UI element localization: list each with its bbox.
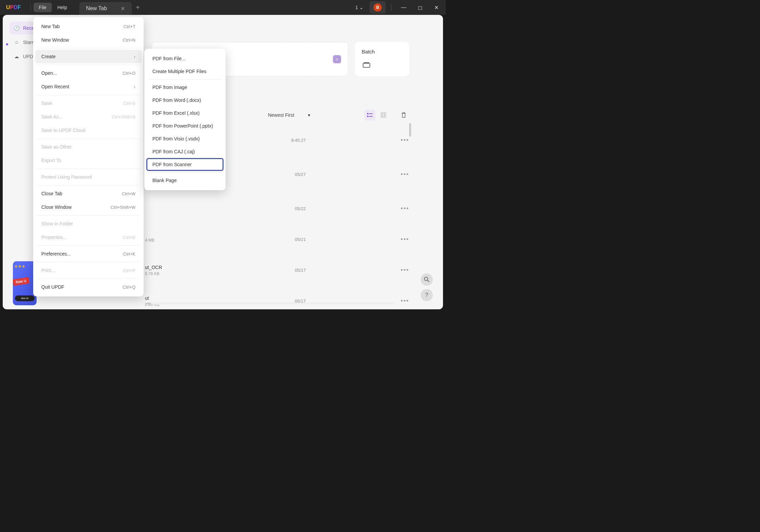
chevron-right-icon: ›: [134, 54, 135, 59]
file-row[interactable]: 05/22 •••: [145, 198, 409, 219]
submenu-item-pdf-from-caj-caj-[interactable]: PDF from CAJ (.caj): [146, 145, 224, 158]
menu-item-close-window[interactable]: Close WindowCtrl+Shift+W: [35, 200, 142, 214]
user-avatar-button[interactable]: B: [370, 1, 386, 14]
menu-separator: [37, 215, 140, 216]
triangle-down-icon: ▾: [308, 112, 310, 118]
sort-dropdown[interactable]: Newest First ▾: [268, 112, 310, 118]
menu-item-label: Properties...: [41, 235, 67, 240]
tab-new[interactable]: New Tab ✕: [79, 2, 132, 15]
menu-item-new-tab[interactable]: New TabCtrl+T: [35, 20, 142, 33]
menu-shortcut: Ctrl+D: [123, 235, 135, 240]
help-button[interactable]: ?: [421, 289, 433, 301]
menu-item-export-to: Export To: [35, 154, 142, 167]
close-window-button[interactable]: ✕: [429, 1, 443, 14]
horizontal-scrollbar[interactable]: [147, 303, 394, 305]
menu-item-label: Save to UPDF Cloud: [41, 128, 85, 133]
menu-shortcut: Ctrl+Q: [123, 285, 135, 290]
clock-icon: 🕐: [14, 25, 20, 31]
more-icon[interactable]: •••: [401, 137, 409, 144]
menu-item-label: New Tab: [41, 24, 60, 29]
trash-button[interactable]: [398, 110, 409, 120]
menu-item-protect-using-password: Protect Using Password: [35, 170, 142, 184]
minimize-button[interactable]: —: [397, 1, 410, 14]
app-logo: UPDF: [6, 4, 21, 10]
svg-rect-6: [384, 112, 386, 114]
menu-help[interactable]: Help: [52, 3, 72, 12]
file-name: ut: [145, 295, 160, 301]
submenu-item-pdf-from-word-docx-[interactable]: PDF from Word (.docx): [146, 94, 224, 107]
menu-separator: [37, 169, 140, 169]
submenu-item-pdf-from-scanner[interactable]: PDF from Scanner: [146, 158, 224, 171]
menu-item-quit-updf[interactable]: Quit UPDFCtrl+Q: [35, 280, 142, 294]
chevron-down-icon: ⌄: [359, 5, 363, 10]
more-icon[interactable]: •••: [401, 267, 409, 274]
file-row[interactable]: 4 MB 05/21 •••: [145, 229, 409, 250]
menu-file[interactable]: File: [34, 3, 52, 12]
grid-view-button[interactable]: [378, 110, 389, 120]
submenu-item-create-multiple-pdf-files[interactable]: Create Multiple PDF Files: [146, 65, 224, 78]
batch-card[interactable]: Batch: [355, 42, 409, 76]
menu-item-label: Save as Other: [41, 144, 72, 150]
promo-badge: Rate U: [13, 277, 29, 286]
menu-shortcut: Ctrl+T: [123, 24, 135, 29]
vertical-scrollbar[interactable]: [409, 123, 411, 137]
menu-item-label: Close Window: [41, 204, 71, 210]
star-icon: ☆: [14, 39, 20, 45]
submenu-item-pdf-from-powerpoint-pptx-[interactable]: PDF from PowerPoint (.pptx): [146, 119, 224, 132]
chevron-right-icon: ›: [333, 55, 341, 63]
menu-separator: [37, 262, 140, 262]
list-view-button[interactable]: [364, 110, 375, 120]
svg-rect-2: [369, 113, 373, 114]
menu-item-label: Print...: [41, 268, 55, 273]
svg-rect-5: [381, 112, 383, 114]
menu-item-label: Open Recent: [41, 84, 69, 89]
menu-item-label: Save As...: [41, 114, 63, 119]
titlebar: UPDF File Help New Tab ✕ + 1 ⌄ B — ◻ ✕: [0, 0, 446, 15]
menu-item-label: Quit UPDF: [41, 284, 64, 290]
menu-item-save-to-updf-cloud: Save to UPDF Cloud: [35, 124, 142, 137]
menu-item-close-tab[interactable]: Close TabCtrl+W: [35, 187, 142, 200]
menu-item-open-[interactable]: Open...Ctrl+O: [35, 66, 142, 80]
menu-item-label: Close Tab: [41, 191, 62, 196]
more-icon[interactable]: •••: [401, 236, 409, 243]
menu-item-preferences-[interactable]: Preferences...Ctrl+K: [35, 247, 142, 261]
menu-shortcut: Ctrl+P: [123, 268, 135, 273]
submenu-item-pdf-from-excel-xlsx-[interactable]: PDF from Excel (.xlsx): [146, 107, 224, 119]
menu-shortcut: Ctrl+O: [123, 71, 135, 76]
menu-item-create[interactable]: Create›: [35, 50, 142, 63]
submenu-item-pdf-from-file-[interactable]: PDF from File...: [146, 52, 224, 65]
add-tab-button[interactable]: +: [136, 4, 140, 12]
menu-separator: [148, 79, 221, 80]
file-date: 05/27: [295, 172, 306, 177]
tab-count-dropdown[interactable]: 1 ⌄: [352, 3, 367, 12]
menu-item-open-recent[interactable]: Open Recent›: [35, 80, 142, 93]
svg-point-9: [424, 277, 428, 281]
menu-separator: [37, 65, 140, 65]
submenu-item-blank-page[interactable]: Blank Page: [146, 174, 224, 187]
submenu-item-pdf-from-image[interactable]: PDF from Image: [146, 81, 224, 94]
file-date: 05/17: [295, 268, 306, 273]
scrollbar-thumb[interactable]: [147, 303, 151, 305]
promo-button[interactable]: Win N: [15, 295, 35, 301]
menu-separator: [37, 245, 140, 246]
close-icon[interactable]: ✕: [121, 5, 125, 12]
menu-item-new-window[interactable]: New WindowCtrl+N: [35, 33, 142, 47]
indicator-dot: [6, 43, 8, 45]
menu-item-label: Save: [41, 101, 52, 106]
svg-rect-4: [369, 116, 373, 117]
menu-item-label: Preferences...: [41, 251, 71, 257]
file-row[interactable]: ut_OCR 5.78 KB 05/17 •••: [145, 260, 409, 281]
avatar: B: [374, 3, 382, 12]
file-row[interactable]: ut 0.99 KB 05/17 •••: [145, 291, 409, 311]
more-icon[interactable]: •••: [401, 297, 409, 305]
submenu-item-pdf-from-visio-vsdx-[interactable]: PDF from Visio (.vsdx): [146, 132, 224, 145]
menu-separator: [37, 48, 140, 48]
menu-shortcut: Ctrl+K: [123, 251, 135, 257]
maximize-button[interactable]: ◻: [413, 1, 427, 14]
search-button[interactable]: [421, 273, 433, 286]
file-name: ut_OCR: [145, 265, 162, 270]
menu-separator: [37, 138, 140, 139]
menu-shortcut: Ctrl+N: [123, 38, 135, 43]
more-icon[interactable]: •••: [401, 205, 409, 212]
more-icon[interactable]: •••: [401, 171, 409, 178]
